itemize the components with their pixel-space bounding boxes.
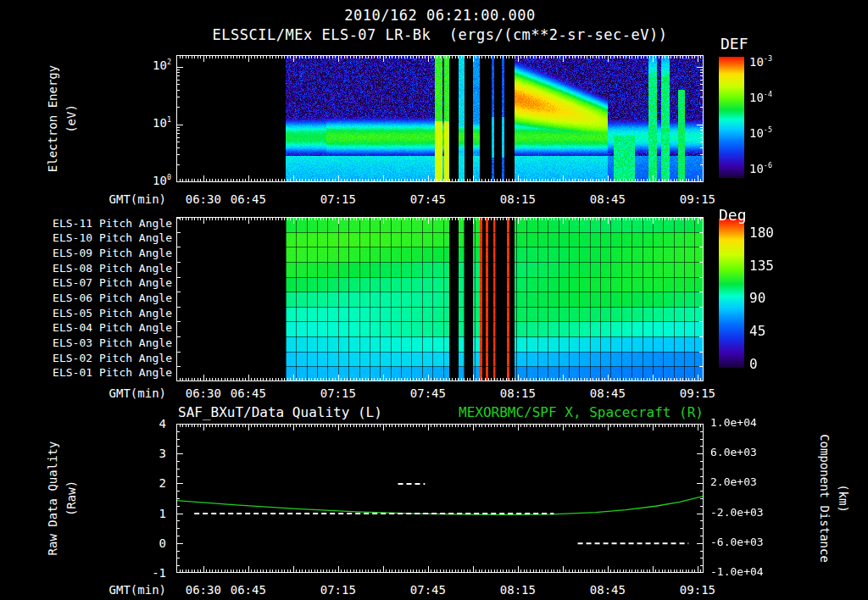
plot-title: ELSSCIL/MEx ELS-07 LR-Bk (ergs/(cm**2-sr… — [92, 26, 788, 43]
distance-ytick-label: -1.0e+04 — [710, 566, 764, 579]
pitch-row-label: ELS-10 Pitch Angle — [42, 232, 172, 245]
pitch-row-label: ELS-11 Pitch Angle — [42, 218, 172, 231]
timestamp-title: 2010/162 06:21:00.000 — [176, 7, 704, 24]
time-tick-label-p2: 08:45 — [587, 386, 629, 400]
time-tick-label-p3: 07:15 — [317, 583, 359, 597]
time-tick-label-p2: 08:15 — [497, 386, 539, 400]
pitch-row-label: ELS-09 Pitch Angle — [42, 247, 172, 260]
distance-ytick-label: -6.0e+03 — [710, 536, 764, 549]
deg-colorbar-tick-label: 0 — [749, 357, 758, 372]
def-colorbar-tick-label: 10-3 — [749, 55, 772, 69]
pitch-row-label: ELS-05 Pitch Angle — [42, 308, 172, 320]
time-tick-label-p1: 09:15 — [676, 192, 719, 206]
time-tick-label-p2: 07:45 — [407, 386, 449, 400]
quality-ytick-label: 2 — [124, 476, 166, 490]
distance-axis-label-line1: Component Distance — [818, 434, 832, 563]
gmt-axis-label-p1: GMT(min) — [68, 192, 166, 206]
distance-ytick-label: 2.0e+03 — [710, 476, 757, 489]
quality-ytick-label: 1 — [124, 507, 166, 520]
pitch-row-label: ELS-04 Pitch Angle — [42, 322, 172, 335]
deg-colorbar-tick-label: 45 — [749, 324, 765, 339]
time-tick-label-p1: 06:45 — [227, 192, 270, 206]
energy-ytick-label: 102 — [127, 58, 171, 72]
quality-ytick-label: 0 — [124, 536, 166, 550]
quality-ytick-label: 3 — [124, 447, 166, 460]
deg-colorbar-title: Deg — [719, 207, 747, 225]
quality-ytick-label: -1 — [124, 566, 166, 580]
energy-axis-label-line1: Electron Energy — [46, 65, 59, 172]
def-colorbar-tick-label: 10-4 — [749, 91, 772, 104]
energy-spectrogram-canvas — [176, 55, 704, 182]
deg-colorbar-canvas — [719, 219, 744, 368]
pitch-row-label: ELS-08 Pitch Angle — [42, 263, 172, 275]
pitch-row-label: ELS-07 Pitch Angle — [42, 277, 172, 290]
def-colorbar-tick-label: 10-5 — [749, 126, 772, 140]
quality-distance-canvas — [176, 424, 704, 573]
time-tick-label-p2: 07:15 — [317, 386, 359, 400]
time-tick-label-p3: 06:45 — [227, 583, 270, 597]
energy-ytick-label: 101 — [127, 116, 171, 130]
pitch-row-label: ELS-01 Pitch Angle — [42, 367, 172, 380]
quality-ytick-label: 4 — [124, 417, 166, 431]
plot-page: 2010/162 06:21:00.000 ELSSCIL/MEx ELS-07… — [0, 0, 868, 600]
quality-axis-label-line2: (Raw) — [64, 481, 78, 516]
time-tick-label-p3: 08:45 — [587, 583, 629, 597]
time-tick-label-p2: 09:15 — [676, 386, 719, 400]
title-spacer — [431, 26, 448, 43]
time-tick-label-p1: 07:15 — [317, 192, 359, 206]
pitch-row-label: ELS-02 Pitch Angle — [42, 353, 172, 365]
energy-ytick-label: 100 — [127, 174, 171, 187]
energy-axis-label-line2: (eV) — [64, 104, 78, 133]
time-tick-label-p1: 06:30 — [182, 192, 225, 206]
pitch-row-label: ELS-06 Pitch Angle — [42, 292, 172, 305]
instrument-title: ELSSCIL/MEx ELS-07 LR-Bk — [213, 26, 431, 43]
gmt-axis-label-p2: GMT(min) — [68, 386, 166, 400]
def-colorbar-tick-label: 10-6 — [749, 162, 772, 175]
time-tick-label-p1: 08:45 — [587, 192, 629, 206]
time-tick-label-p3: 08:15 — [497, 583, 539, 597]
def-colorbar-title: DEF — [721, 36, 748, 53]
pitch-row-label: ELS-03 Pitch Angle — [42, 337, 172, 350]
distance-axis-label-line2: (km) — [837, 484, 850, 513]
time-tick-label-p3: 07:45 — [407, 583, 449, 597]
pitch-angle-canvas — [176, 217, 704, 381]
time-tick-label-p2: 06:30 — [182, 386, 225, 400]
time-tick-label-p2: 06:45 — [227, 386, 270, 400]
gmt-axis-label-p3: GMT(min) — [68, 583, 166, 597]
deg-colorbar-tick-label: 90 — [749, 291, 765, 306]
distance-title-right: MEXORBMC/SPF X, Spacecraft (R) — [346, 405, 704, 420]
deg-colorbar-tick-label: 180 — [749, 225, 774, 241]
quality-axis-label-line1: Raw Data Quality — [46, 442, 59, 556]
distance-ytick-label: -2.0e+03 — [710, 507, 764, 519]
units-label: (ergs/(cm**2-sr-sec-eV)) — [449, 26, 668, 43]
distance-ytick-label: 1.0e+04 — [710, 417, 757, 430]
distance-ytick-label: 6.0e+03 — [710, 447, 757, 459]
deg-colorbar-tick-label: 135 — [749, 258, 774, 274]
time-tick-label-p3: 06:30 — [182, 583, 225, 597]
time-tick-label-p1: 07:45 — [407, 192, 449, 206]
time-tick-label-p1: 08:15 — [497, 192, 539, 206]
time-tick-label-p3: 09:15 — [676, 583, 719, 597]
def-colorbar-canvas — [719, 57, 744, 178]
